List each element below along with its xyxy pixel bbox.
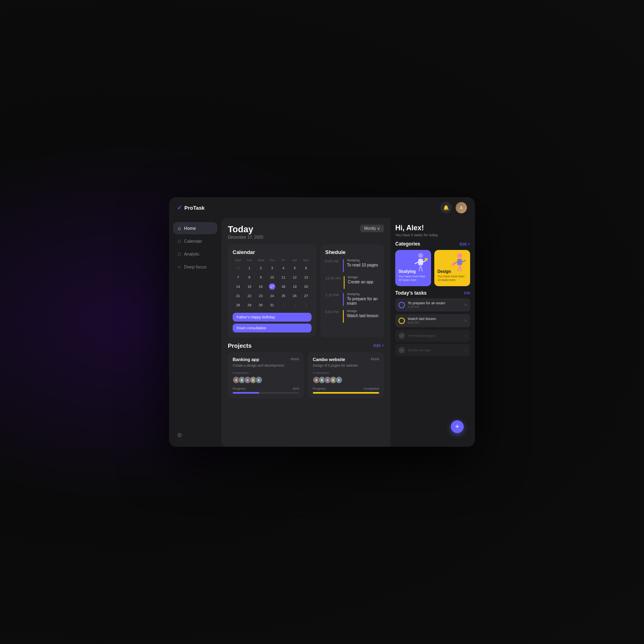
monthly-button[interactable]: Montly ∨: [360, 225, 384, 232]
cal-header-sat: Sat: [289, 258, 300, 262]
schedule-item[interactable]: 8:00 AM Studying To read 10 pages: [325, 258, 379, 272]
cal-day[interactable]: 13: [301, 273, 312, 282]
cal-day[interactable]: 21: [233, 291, 244, 300]
sidebar-item-deep-focus[interactable]: ○ Deep focus: [173, 261, 217, 273]
cal-event-consultation[interactable]: Exam consultation: [233, 324, 312, 332]
cal-day[interactable]: 10: [266, 273, 277, 282]
greeting-section: Hi, Alex! You have 5 tasks for today: [395, 224, 470, 237]
settings-icon[interactable]: ⚙: [177, 432, 182, 438]
logo: ✓ ProTask: [177, 204, 204, 211]
members-label: 5 members: [313, 371, 379, 375]
svg-line-11: [454, 262, 457, 264]
task-name: Create an app: [408, 348, 462, 352]
schedule-item[interactable]: 11:00 AM Design Create an app: [325, 275, 379, 289]
cal-day[interactable]: 3: [301, 301, 312, 310]
task-check[interactable]: [398, 302, 405, 308]
task-check[interactable]: ✓: [398, 347, 405, 353]
task-check[interactable]: ✓: [398, 332, 405, 339]
cal-day[interactable]: 24: [266, 291, 277, 300]
cal-day[interactable]: 11: [278, 273, 289, 282]
cal-day[interactable]: 2: [289, 301, 300, 310]
schedule-info: Design Create an app: [348, 275, 379, 284]
fab-button[interactable]: +: [451, 420, 464, 433]
edit-tasks-button[interactable]: Edit: [464, 291, 470, 295]
cal-day[interactable]: 7: [233, 273, 244, 282]
svg-rect-1: [418, 259, 423, 265]
task-menu-icon[interactable]: ≡: [464, 334, 467, 338]
cal-event-birthday[interactable]: Father's Happy birthday: [233, 313, 312, 322]
task-item-completed[interactable]: ✓ Create an app ≡: [395, 344, 470, 356]
cal-day[interactable]: 25: [278, 291, 289, 300]
cal-day[interactable]: 18: [278, 282, 289, 291]
todays-tasks-section: Today's tasks Edit To prepare for an exa…: [395, 290, 470, 356]
cal-day[interactable]: 28: [233, 301, 244, 310]
progress-bar-bg: [313, 392, 379, 394]
schedule-item[interactable]: 6:00 PM Design Watch last lesson: [325, 309, 379, 323]
schedule-time: 2:15 PM: [325, 292, 340, 297]
sidebar-item-analytic[interactable]: □ Analytic: [173, 248, 217, 260]
cal-day[interactable]: 20: [301, 282, 312, 291]
task-name: Watch last lesson: [408, 317, 462, 321]
cal-day[interactable]: 22: [244, 291, 255, 300]
sidebar-item-calendar[interactable]: □ Calendar: [173, 235, 217, 247]
sidebar-item-home[interactable]: ⌂ Home: [173, 222, 217, 234]
cal-day[interactable]: 9: [255, 273, 266, 282]
cal-day[interactable]: 23: [255, 291, 266, 300]
svg-rect-8: [457, 259, 462, 265]
task-time: 2:15 PM: [408, 305, 462, 309]
categories-label: Categories: [395, 241, 420, 247]
cal-day[interactable]: 1: [244, 264, 255, 272]
progress-label: Progress: [233, 387, 246, 390]
category-card-studying[interactable]: Studying You have more than 20 tasks her…: [395, 250, 431, 286]
cal-day[interactable]: 12: [289, 273, 300, 282]
cal-day[interactable]: 2: [255, 264, 266, 272]
cal-day[interactable]: 14: [233, 282, 244, 291]
task-info: Create an app: [408, 348, 462, 352]
project-more-button[interactable]: More: [291, 357, 299, 361]
task-item[interactable]: To prepare for an exam 2:15 PM ≡: [395, 298, 470, 312]
task-menu-icon[interactable]: ≡: [464, 348, 467, 353]
task-item[interactable]: Watch last lesson 6:00 PM ≡: [395, 314, 470, 327]
task-item-completed[interactable]: ✓ To read 10 pages ≡: [395, 330, 470, 342]
cal-day[interactable]: 27: [301, 291, 312, 300]
schedule-category: Design: [347, 309, 379, 313]
calendar-title: Calendar: [233, 249, 312, 255]
calendar-card: Calendar Mon Tue Wed Thu Fri Sat Sun: [228, 244, 316, 337]
progress-value: 40%: [293, 387, 299, 390]
cal-day[interactable]: 29: [244, 301, 255, 310]
cal-day[interactable]: 16: [255, 282, 266, 291]
task-menu-icon[interactable]: ≡: [464, 318, 467, 323]
category-card-design[interactable]: Design You have more than 10 tasks here: [434, 250, 470, 286]
avatar[interactable]: A: [456, 202, 467, 213]
cal-day[interactable]: 19: [289, 282, 300, 291]
bell-button[interactable]: 🔔: [440, 202, 452, 213]
task-menu-icon[interactable]: ≡: [464, 303, 467, 307]
cal-day-today[interactable]: 17: [269, 283, 275, 290]
add-project-button[interactable]: Add +: [374, 343, 384, 348]
schedule-item[interactable]: 2:15 PM Studying To prepare for an exam: [325, 292, 379, 306]
task-check[interactable]: [398, 318, 405, 324]
project-more-button[interactable]: More: [371, 357, 379, 361]
svg-point-13: [452, 263, 455, 266]
schedule-line: [343, 310, 344, 323]
cal-day[interactable]: 15: [244, 282, 255, 291]
cal-day[interactable]: 31: [266, 301, 277, 310]
cal-day[interactable]: 1: [278, 301, 289, 310]
cal-day[interactable]: 3: [266, 264, 277, 272]
cal-day[interactable]: 30: [233, 264, 244, 272]
add-category-button[interactable]: Add +: [460, 242, 470, 246]
right-panel: Hi, Alex! You have 5 tasks for today Cat…: [390, 218, 475, 447]
cal-day[interactable]: 26: [289, 291, 300, 300]
task-time: 6:00 PM: [408, 321, 462, 324]
project-card-header: Cambo website More: [313, 357, 379, 362]
task-name: To read 10 pages: [408, 334, 462, 338]
cal-day[interactable]: 4: [278, 264, 289, 272]
cal-day[interactable]: 8: [244, 273, 255, 282]
sidebar-item-analytic-label: Analytic: [184, 252, 200, 256]
cal-day[interactable]: 5: [289, 264, 300, 272]
schedule-task: Create an app: [348, 280, 379, 284]
cal-day[interactable]: 6: [301, 264, 312, 272]
project-name: Banking app: [233, 357, 259, 362]
cal-day[interactable]: 30: [255, 301, 266, 310]
svg-rect-6: [425, 258, 428, 260]
